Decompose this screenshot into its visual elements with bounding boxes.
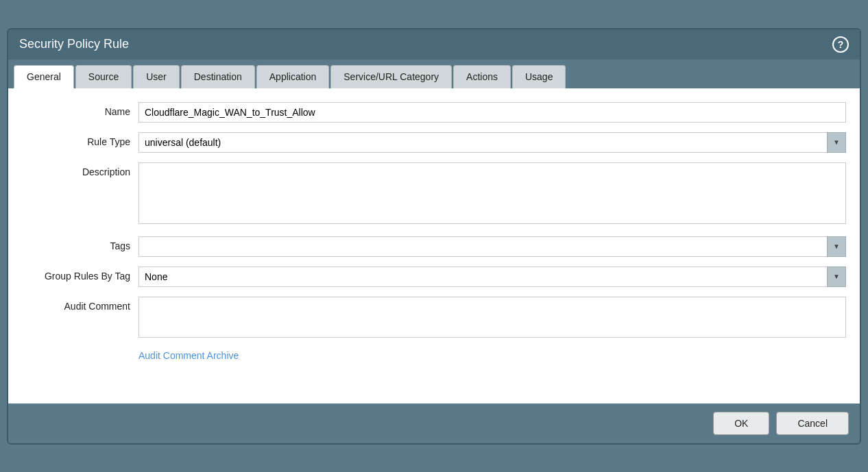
ok-button[interactable]: OK [713,412,769,435]
rule-type-row: Rule Type universal (default) [22,132,846,153]
group-rules-row: Group Rules By Tag None [22,266,846,287]
tab-usage[interactable]: Usage [512,65,566,88]
group-rules-control: None [138,266,846,287]
group-rules-label: Group Rules By Tag [22,266,138,282]
tags-row: Tags [22,236,846,257]
dialog-title: Security Policy Rule [19,37,129,51]
tags-label: Tags [22,236,138,251]
description-row: Description [22,162,846,227]
cancel-button[interactable]: Cancel [776,412,849,435]
audit-comment-textarea[interactable] [138,297,846,338]
tags-wrapper [138,236,846,257]
name-input[interactable] [138,102,846,123]
tab-application[interactable]: Application [256,65,330,88]
name-row: Name [22,102,846,123]
description-control [138,162,846,227]
tab-user[interactable]: User [133,65,180,88]
rule-type-control: universal (default) [138,132,846,153]
rule-type-select[interactable]: universal (default) [138,132,846,153]
tags-control [138,236,846,257]
dialog-header: Security Policy Rule ? [8,29,860,60]
rule-type-select-wrapper: universal (default) [138,132,846,153]
description-textarea[interactable] [138,162,846,224]
tab-service-url-category[interactable]: Service/URL Category [330,65,452,88]
name-label: Name [22,102,138,117]
name-control [138,102,846,123]
group-rules-select[interactable]: None [138,266,846,287]
audit-comment-row: Audit Comment [22,297,846,340]
description-label: Description [22,162,138,177]
rule-type-label: Rule Type [22,132,138,147]
audit-comment-control [138,297,846,340]
group-rules-select-wrapper: None [138,266,846,287]
tab-source[interactable]: Source [75,65,132,88]
tab-destination[interactable]: Destination [181,65,255,88]
audit-comment-archive-link[interactable]: Audit Comment Archive [22,350,846,361]
tab-actions[interactable]: Actions [453,65,511,88]
dialog-body: Name Rule Type universal (default) Descr… [8,88,860,403]
audit-comment-label: Audit Comment [22,297,138,312]
tab-bar: General Source User Destination Applicat… [8,60,860,88]
security-policy-dialog: Security Policy Rule ? General Source Us… [7,28,861,445]
help-icon[interactable]: ? [832,36,849,53]
dialog-footer: OK Cancel [8,403,860,443]
tags-dropdown-button[interactable] [827,236,846,257]
tags-input[interactable] [138,236,846,257]
tab-general[interactable]: General [14,65,74,88]
